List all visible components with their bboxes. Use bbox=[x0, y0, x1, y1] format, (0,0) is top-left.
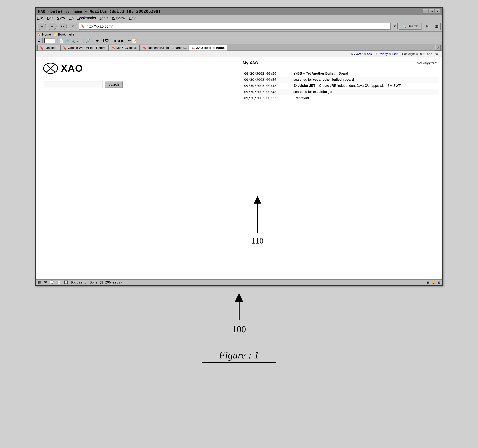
menu-go[interactable]: Go bbox=[69, 16, 74, 20]
minimize-button[interactable]: _ bbox=[423, 9, 428, 13]
tab-xaosearch[interactable]: 🔖 xaosearch.com – Search f... bbox=[140, 45, 188, 50]
activity-table: 09/30/2003 00:56 YaBB – Yet Another Bull… bbox=[243, 71, 439, 101]
search-label: Search bbox=[408, 25, 418, 28]
bookmark-bookmarks-label: Bookmarks bbox=[58, 33, 75, 37]
search-submit-button[interactable]: search bbox=[105, 81, 123, 88]
printer-button[interactable]: 🖨 bbox=[423, 23, 431, 30]
toolbar-icon-1: ⚙ bbox=[37, 38, 41, 43]
inner-arrow-line bbox=[257, 203, 258, 233]
tab-xaosearch-label: xaosearch.com – Search f... bbox=[147, 46, 187, 50]
status-right: ▦ 🔒 ⊞ bbox=[427, 281, 440, 284]
status-icon-5: 🔲 bbox=[64, 280, 68, 284]
time-cell-4: 09/30/2003 00:48 bbox=[243, 89, 292, 95]
menu-view[interactable]: View bbox=[57, 16, 65, 20]
tab-xao-home[interactable]: 🔖 XAO (beta) :: home bbox=[189, 45, 227, 50]
status-icon-2: ✉ bbox=[44, 280, 47, 284]
status-end: ⊞ bbox=[438, 281, 440, 284]
time-cell-1: 09/30/2003 00:56 bbox=[243, 71, 292, 77]
toolbar-icon-6: □ bbox=[80, 39, 82, 43]
address-dropdown[interactable]: ▼ bbox=[392, 23, 398, 29]
search-button[interactable]: 🔍 Search bbox=[399, 23, 421, 30]
toolbar-icon-3: 🔗 bbox=[65, 38, 69, 43]
toolbar-icon-16: 📝 bbox=[132, 38, 137, 43]
search-input[interactable] bbox=[43, 81, 102, 88]
desc-cell-4: searched for excelsior-jet bbox=[292, 89, 439, 95]
tab-xaohome-icon: 🔖 bbox=[191, 46, 195, 50]
toolbar-icon-13: ◀ bbox=[118, 38, 120, 43]
inner-arrow-up bbox=[254, 196, 261, 203]
tab-google-icon: 🔖 bbox=[63, 46, 67, 50]
bookmark-bookmarks[interactable]: 📁 Bookmarks bbox=[53, 32, 75, 37]
tabs-bar: 🔖 (Untitled) 🔖 Google Web APIs – Refere.… bbox=[36, 44, 442, 51]
menu-window[interactable]: Window bbox=[112, 16, 125, 20]
search-row: search bbox=[43, 81, 231, 88]
time-cell-5: 09/30/2003 00:33 bbox=[243, 95, 292, 101]
menu-help[interactable]: Help bbox=[129, 16, 136, 20]
title-bar: HAO (beta) :: home - Mozilla (Build ID: … bbox=[36, 8, 442, 15]
toolbar-icon-9: ★ bbox=[96, 38, 99, 43]
my-xao-link[interactable]: My XAO bbox=[351, 52, 363, 56]
desc-cell-1: YaBB – Yet Another Bulletin Board bbox=[292, 71, 439, 77]
restore-button[interactable]: ▭ bbox=[429, 9, 434, 13]
privacy-link[interactable]: Privacy bbox=[377, 52, 388, 56]
toolbar-icon-7: 🔎 bbox=[86, 38, 90, 43]
tab-my-xao[interactable]: 🔖 My XAO (beta) bbox=[109, 45, 140, 50]
menu-bookmarks[interactable]: Bookmarks bbox=[77, 16, 96, 20]
copyright-text: Copyright © 2003, Xao, Inc. bbox=[402, 52, 439, 56]
stop-button[interactable]: ✕ bbox=[68, 22, 77, 30]
toolbar-icon-15: ✏ bbox=[128, 38, 131, 43]
tab-myxao-label: My XAO (beta) bbox=[116, 46, 137, 50]
forward-button[interactable]: → bbox=[48, 22, 57, 30]
help-link[interactable]: Help bbox=[392, 52, 398, 56]
toolbar-sep-6 bbox=[126, 38, 126, 43]
toolbar-icon-2: 📄 bbox=[59, 38, 64, 43]
close-button[interactable]: ✕ bbox=[435, 9, 440, 13]
menu-bar: File Edit View Go Bookmarks Tools Window… bbox=[36, 15, 442, 21]
inner-arrow-label: 110 bbox=[252, 236, 264, 245]
address-bar[interactable]: 🔖 http://xxao.com/ bbox=[79, 23, 390, 30]
activity-row-1: 09/30/2003 00:56 YaBB – Yet Another Bull… bbox=[243, 71, 439, 77]
tab-google-apis[interactable]: 🔖 Google Web APIs – Refere... bbox=[60, 45, 109, 50]
reload-button[interactable]: ↺ bbox=[58, 22, 67, 30]
lower-section: 110 bbox=[36, 187, 442, 279]
desc-cell-2: searched for yet another bulletin board bbox=[292, 77, 439, 83]
toolbar-sep-2 bbox=[57, 38, 57, 43]
menu-file[interactable]: File bbox=[37, 16, 43, 20]
xao-logo-icon bbox=[43, 63, 58, 74]
toolbar-icon-11: 🛡 bbox=[105, 39, 109, 43]
status-icon-4: 📋 bbox=[57, 280, 61, 284]
search-icon: 🔍 bbox=[403, 24, 407, 28]
back-button[interactable]: ← bbox=[37, 22, 46, 30]
outer-arrow-up bbox=[235, 293, 243, 302]
tab-myxao-icon: 🔖 bbox=[112, 46, 115, 50]
menu-edit[interactable]: Edit bbox=[47, 16, 53, 20]
main-content: XAO search My XAO Not logged in. 09/30/2… bbox=[36, 57, 442, 187]
toolbar-input[interactable] bbox=[44, 38, 55, 43]
toolbar-icon-14: ▶ bbox=[121, 38, 124, 43]
close-tab-button[interactable]: ✕ bbox=[435, 45, 441, 50]
xao-link[interactable]: XAO bbox=[367, 52, 373, 56]
tab-xaohome-label: XAO (beta) :: home bbox=[196, 46, 225, 50]
bookmark-home[interactable]: 🏠 Home bbox=[37, 32, 51, 37]
activity-row-2: 09/30/2003 00:56 searched for yet anothe… bbox=[243, 77, 439, 83]
misc-button[interactable]: ▦ bbox=[433, 23, 441, 30]
menu-tools[interactable]: Tools bbox=[100, 16, 108, 20]
my-xao-header-row: My XAO Not logged in. bbox=[243, 59, 439, 69]
address-value: http://xxao.com/ bbox=[87, 24, 113, 29]
status-text: Document: Done (2.206 secs) bbox=[71, 281, 122, 284]
time-cell-3: 09/30/2003 00:48 bbox=[243, 83, 292, 89]
home-icon: 🏠 bbox=[37, 32, 41, 37]
xao-logo: XAO bbox=[43, 63, 231, 74]
activity-row-3: 09/30/2003 00:48 Excelsior JET – Create … bbox=[243, 83, 439, 89]
activity-row-4: 09/30/2003 00:48 searched for excelsior-… bbox=[243, 89, 439, 95]
status-icon-1: ▦ bbox=[38, 280, 41, 284]
folder-icon: 📁 bbox=[53, 32, 57, 37]
left-panel: XAO search bbox=[36, 57, 239, 187]
browser-window: HAO (beta) :: home - Mozilla (Build ID: … bbox=[35, 7, 443, 286]
activity-row-5: 09/30/2003 00:33 Freestyler bbox=[243, 95, 439, 101]
tab-untitled-label: (Untitled) bbox=[45, 46, 57, 50]
toolbar-sep-4 bbox=[101, 38, 101, 43]
tab-untitled[interactable]: 🔖 (Untitled) bbox=[37, 45, 60, 50]
tab-untitled-icon: 🔖 bbox=[40, 46, 44, 50]
desc-cell-5: Freestyler bbox=[292, 95, 439, 101]
